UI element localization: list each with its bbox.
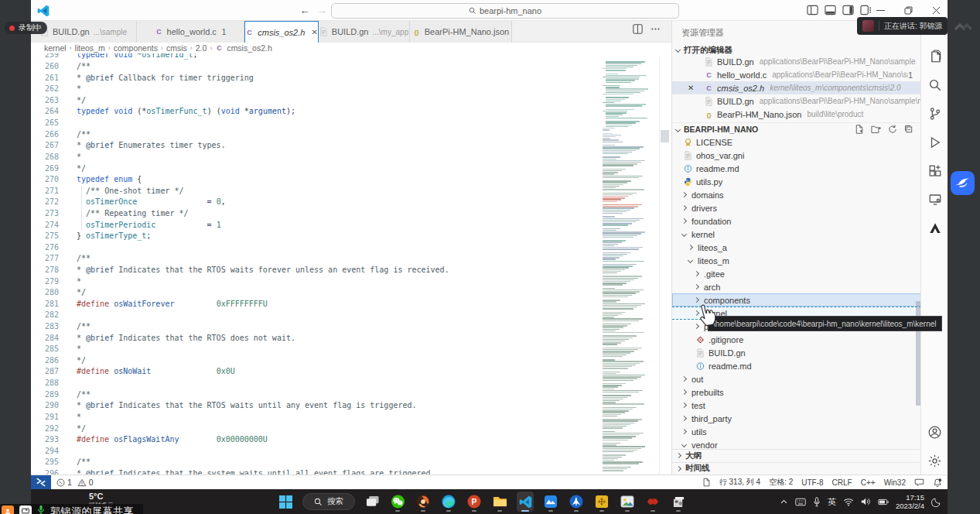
tab-BUILD.gn[interactable]: BUILD.gn...\sample [31, 21, 137, 43]
taskbar-app-plane[interactable] [568, 492, 585, 512]
code-line-267[interactable]: 267* @brief Enumerates timer types. [31, 140, 601, 152]
tree-item-LICENSE[interactable]: LICENSE [672, 135, 921, 149]
refresh-icon[interactable] [888, 125, 897, 134]
tab-cmsis_os2.h[interactable]: Ccmsis_os2.h✕ [244, 21, 319, 43]
file-status-icon[interactable] [702, 478, 711, 487]
code-line-295[interactable]: 295/** [31, 457, 601, 468]
collapse-all-icon[interactable] [904, 125, 913, 134]
taskbar-app-edge[interactable] [440, 492, 457, 512]
code-line-282[interactable]: 282 [31, 310, 601, 321]
tree-item-domains[interactable]: domains [672, 188, 921, 201]
taskbar-file-explorer[interactable] [491, 492, 508, 512]
open-editor-hello_world.c[interactable]: Chello_world.capplications\BearPi\BearPi… [672, 68, 921, 81]
toggle-panel-icon[interactable] [825, 5, 836, 15]
code-line-293[interactable]: 293#define osFlagsWaitAny 0x00000000U [31, 434, 601, 446]
activity-account[interactable] [921, 419, 948, 446]
taskbar-app-wechat[interactable] [389, 492, 406, 512]
activity-source-control[interactable] [921, 100, 948, 127]
tree-item-utils[interactable]: utils [672, 425, 921, 438]
tray-microphone-icon[interactable] [813, 497, 821, 507]
code-line-284[interactable]: 284* @brief Indicates that the RTOS does… [31, 333, 601, 344]
code-line-279[interactable]: 279* [31, 276, 601, 288]
breadcrumb-file[interactable]: Ccmsis_os2.h [215, 43, 271, 53]
open-editor-cmsis_os2.h[interactable]: ✕Ccmsis_os2.hkernel\liteos_m\components\… [672, 81, 921, 94]
tab-hello_world.c[interactable]: Chello_world.c1 [137, 21, 244, 43]
code-line-294[interactable]: 294 [31, 446, 601, 457]
project-section-header[interactable]: BEARPI-HM_NANO [672, 122, 921, 135]
breadcrumb-item[interactable]: cmsis [166, 43, 187, 53]
nav-back-button[interactable]: ← [298, 4, 312, 18]
tree-item-ohos_var.gni[interactable]: ohos_var.gni [672, 149, 921, 162]
tree-item-foundation[interactable]: foundation [672, 214, 921, 228]
code-line-285[interactable]: 285* [31, 344, 601, 355]
taskbar-app-photos[interactable] [619, 492, 636, 512]
code-line-273[interactable]: 273 /** Repeating timer */ [31, 208, 601, 220]
taskbar-app-browser[interactable] [415, 492, 432, 512]
tree-item-BUILD.gn[interactable]: BUILD.gn [672, 346, 921, 359]
code-line-292[interactable]: 292*/ [31, 423, 601, 435]
timeline-section[interactable]: 时间线 [672, 462, 921, 475]
activity-extensions[interactable] [921, 157, 948, 184]
tree-item-kernel[interactable]: kernel [672, 228, 921, 241]
taskbar-app-box[interactable] [670, 492, 687, 512]
tree-item-arch[interactable]: arch [672, 280, 921, 293]
ime-indicator[interactable]: 英 [828, 496, 836, 508]
code-line-271[interactable]: 271 /** One-shot timer */ [31, 186, 601, 197]
more-actions-icon[interactable] [650, 24, 661, 34]
breadcrumb-item[interactable]: kernel [44, 43, 67, 53]
open-editor-BUILD.gn[interactable]: BUILD.gnapplications\BearPi\BearPi-HM_Na… [672, 94, 921, 108]
code-line-278[interactable]: 278* @brief Indicates that the RTOS wait… [31, 265, 601, 276]
split-editor-icon[interactable] [633, 24, 643, 34]
tree-item-.gitee[interactable]: .gitee [672, 267, 921, 280]
open-editor-BUILD.gn[interactable]: BUILD.gnapplications\BearPi\BearPi-HM_Na… [672, 55, 921, 68]
task-view-button[interactable] [364, 492, 381, 512]
start-button[interactable] [277, 492, 294, 512]
activity-custom-tool[interactable] [921, 214, 948, 242]
taskbar-search[interactable]: 搜索 [302, 493, 355, 510]
meeting-app-badge[interactable] [950, 170, 975, 196]
status-eol[interactable]: CRLF [832, 478, 852, 487]
tree-item-.gitignore[interactable]: .gitignore [672, 333, 921, 346]
volume-icon[interactable] [861, 497, 871, 506]
activity-explorer[interactable] [921, 43, 948, 70]
taskbar-app-red[interactable] [644, 492, 661, 512]
code-line-286[interactable]: 286*/ [31, 355, 601, 367]
taskbar-app-blue[interactable] [542, 492, 559, 512]
code-line-265[interactable]: 265 [31, 118, 601, 129]
activity-remote-explorer[interactable] [921, 186, 948, 213]
tree-item-liteos_m[interactable]: liteos_m [672, 254, 921, 267]
breadcrumb-item[interactable]: components [114, 43, 158, 53]
command-center-search[interactable]: bearpi-hm_nano [331, 3, 679, 19]
code-line-277[interactable]: 277/** [31, 253, 601, 265]
nav-forward-button[interactable]: → [315, 4, 329, 18]
code-line-262[interactable]: 262* [31, 84, 601, 95]
close-icon[interactable]: ✕ [688, 84, 694, 92]
minimap[interactable] [601, 58, 659, 475]
notifications-bell-icon[interactable] [933, 478, 942, 488]
activity-search[interactable] [921, 71, 948, 98]
status-encoding[interactable]: UTF-8 [801, 478, 823, 487]
breadcrumb[interactable]: kernel›liteos_m›components›cmsis›2.0›Ccm… [31, 43, 671, 53]
new-file-icon[interactable] [855, 125, 864, 134]
meeting-toolbar-fold[interactable] [950, 19, 976, 34]
wifi-icon[interactable] [843, 498, 854, 506]
code-line-276[interactable]: 276 [31, 242, 601, 254]
battery-icon[interactable] [878, 498, 889, 506]
activity-run-debug[interactable] [921, 128, 948, 156]
code-line-275[interactable]: 275} osTimerType_t; [31, 231, 601, 242]
code-line-260[interactable]: 260/** [31, 61, 601, 73]
code-line-296[interactable]: 296* @brief Indicates that the system wa… [31, 468, 601, 475]
tree-item-prebuilts[interactable]: prebuilts [672, 386, 921, 399]
editor-scrollbar[interactable] [661, 130, 669, 142]
tab-BUILD.gn[interactable]: BUILD.gn...\my_app [319, 21, 410, 43]
tree-item-readme.md[interactable]: readme.md [672, 162, 921, 175]
status-indent[interactable]: 空格: 2 [769, 477, 793, 488]
taskbar-clock[interactable]: 17:15 2023/2/4 [896, 493, 924, 510]
tree-item-out[interactable]: out [672, 372, 921, 386]
code-line-281[interactable]: 281#define osWaitForever 0xFFFFFFFFU [31, 299, 601, 310]
problems-status[interactable]: 1 0 [56, 475, 94, 489]
settings-gear-icon[interactable] [921, 447, 948, 475]
tree-item-drivers[interactable]: drivers [672, 201, 921, 214]
tree-item-readme.md[interactable]: readme.md [672, 359, 921, 372]
outline-section[interactable]: 大纲 [672, 449, 921, 462]
